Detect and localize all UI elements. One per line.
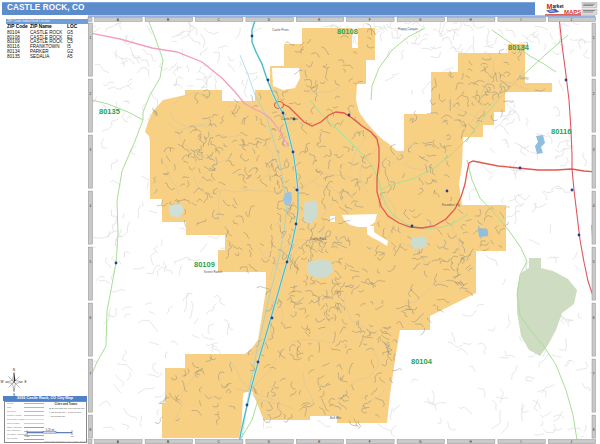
svg-text:Castle Rock: Castle Rock: [310, 237, 327, 241]
svg-text:Founders Vlg: Founders Vlg: [442, 203, 460, 207]
svg-text:7: 7: [90, 372, 92, 376]
svg-text:0.25: 0.25: [25, 434, 30, 436]
svg-text:Keene Ranch: Keene Ranch: [204, 270, 223, 274]
svg-text:8: 8: [593, 428, 595, 432]
svg-text:7: 7: [593, 372, 595, 376]
svg-text:8: 8: [90, 428, 92, 432]
svg-text:80135: 80135: [99, 107, 120, 116]
svg-text:1: 1: [593, 36, 595, 40]
svg-text:W: W: [0, 380, 3, 384]
svg-text:E: E: [25, 380, 27, 384]
svg-text:arket: arket: [553, 4, 564, 9]
svg-text:E: E: [318, 440, 320, 444]
svg-text:4: 4: [593, 204, 595, 208]
svg-text:3: 3: [593, 148, 595, 152]
svg-text:F: F: [369, 440, 371, 444]
svg-text:Castle Pines: Castle Pines: [281, 117, 298, 121]
svg-text:3: 3: [90, 148, 92, 152]
svg-text:0.25 mi: 0.25 mi: [46, 428, 55, 432]
svg-text:6: 6: [90, 316, 92, 320]
svg-text:2: 2: [90, 92, 92, 96]
svg-text:I: I: [520, 18, 521, 22]
svg-text:H: H: [469, 18, 471, 22]
svg-text:80108: 80108: [337, 27, 358, 36]
svg-text:5: 5: [593, 260, 595, 264]
svg-text:I: I: [520, 440, 521, 444]
svg-text:80109: 80109: [194, 260, 215, 269]
svg-text:B: B: [167, 440, 169, 444]
svg-text:Castle Pines: Castle Pines: [272, 28, 289, 32]
svg-text:80116: 80116: [551, 127, 571, 136]
svg-text:4: 4: [90, 204, 92, 208]
svg-text:80134: 80134: [508, 43, 530, 52]
svg-text:E: E: [318, 18, 320, 22]
svg-text:H: H: [469, 440, 471, 444]
svg-text:N: N: [13, 368, 16, 372]
svg-text:0.5: 0.5: [70, 434, 74, 436]
svg-text:1: 1: [90, 36, 92, 40]
svg-text:MAPS: MAPS: [564, 9, 581, 15]
svg-text:Happy Canyon: Happy Canyon: [398, 27, 418, 31]
svg-text:2: 2: [593, 92, 595, 96]
svg-text:Bell Mtn: Bell Mtn: [330, 416, 341, 420]
svg-text:6: 6: [593, 316, 595, 320]
svg-text:80104: 80104: [411, 357, 433, 366]
svg-text:5: 5: [90, 260, 92, 264]
svg-text:F: F: [369, 18, 371, 22]
svg-text:B: B: [167, 18, 169, 22]
